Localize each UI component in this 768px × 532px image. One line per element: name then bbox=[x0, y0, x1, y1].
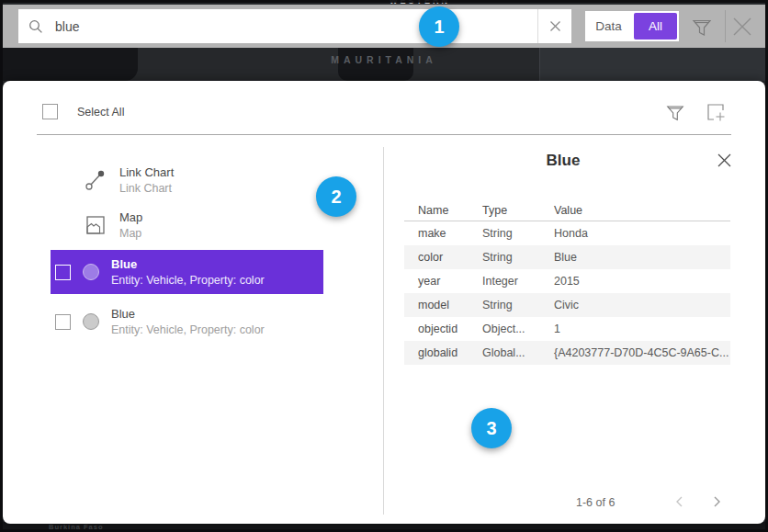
map-icon bbox=[84, 213, 107, 237]
select-all-checkbox[interactable] bbox=[42, 104, 58, 119]
page-range-label: 1-6 of 6 bbox=[576, 496, 615, 509]
cell-value: {A4203777-D70D-4C5C-9A65-C... bbox=[554, 346, 730, 359]
callout-badge-3: 3 bbox=[471, 408, 512, 448]
toolbar-divider bbox=[725, 10, 726, 42]
list-item-blue-selected[interactable]: Blue Entity: Vehicle, Property: color bbox=[51, 250, 323, 294]
table-row: model String Civic bbox=[404, 293, 730, 317]
table-row: make String Honda bbox=[404, 221, 730, 245]
result-checkbox[interactable] bbox=[55, 265, 71, 280]
entity-circle-icon bbox=[83, 264, 99, 280]
cell-type: Global... bbox=[482, 346, 554, 359]
cell-type: String bbox=[482, 227, 554, 240]
cell-name: objectid bbox=[418, 323, 482, 335]
table-row: globalid Global... {A4203777-D70D-4C5C-9… bbox=[404, 341, 730, 365]
table-row: year Integer 2015 bbox=[404, 269, 730, 293]
filter-funnel-icon bbox=[665, 102, 685, 122]
cell-type: String bbox=[482, 299, 554, 311]
close-x-icon bbox=[729, 14, 755, 40]
list-item-texts: Blue Entity: Vehicle, Property: color bbox=[111, 257, 265, 288]
list-item-texts: Link Chart Link Chart bbox=[119, 165, 174, 196]
cell-name: model bbox=[418, 299, 482, 311]
results-panel: Select All bbox=[3, 81, 765, 524]
callout-badge-2: 2 bbox=[316, 176, 356, 217]
list-item-title: Blue bbox=[111, 257, 265, 272]
search-input[interactable] bbox=[43, 9, 537, 43]
callout-badge-1: 1 bbox=[419, 6, 459, 47]
col-header-name: Name bbox=[418, 204, 482, 217]
list-item-subtitle: Entity: Vehicle, Property: color bbox=[111, 323, 265, 337]
cell-type: Object... bbox=[482, 323, 554, 335]
cell-name: color bbox=[418, 251, 482, 264]
list-item-title: Map bbox=[119, 210, 142, 225]
cell-type: Integer bbox=[482, 275, 554, 288]
list-item-subtitle: Map bbox=[119, 226, 142, 241]
link-chart-icon bbox=[84, 168, 107, 192]
search-box bbox=[18, 9, 537, 43]
toggle-all-button[interactable]: All bbox=[634, 13, 677, 40]
prev-page-button[interactable] bbox=[673, 495, 686, 511]
cell-value: Blue bbox=[554, 251, 730, 264]
next-page-button[interactable] bbox=[710, 495, 723, 511]
map-label-bottom: Burkina Faso bbox=[49, 523, 104, 531]
list-item-subtitle: Entity: Vehicle, Property: color bbox=[111, 273, 265, 288]
cell-value: 1 bbox=[554, 323, 730, 335]
list-item-blue[interactable]: Blue Entity: Vehicle, Property: color bbox=[51, 301, 323, 342]
pagination: 1-6 of 6 bbox=[383, 492, 743, 513]
clear-search-button[interactable] bbox=[537, 9, 571, 43]
table-header-row: Name Type Value bbox=[404, 199, 730, 221]
toggle-data-button[interactable]: Data bbox=[585, 11, 632, 41]
toolbar-filter-button[interactable] bbox=[691, 16, 713, 40]
detail-close-button[interactable] bbox=[717, 153, 732, 171]
list-item-texts: Map Map bbox=[119, 210, 142, 241]
detail-title: Blue bbox=[383, 152, 743, 170]
entity-circle-icon bbox=[83, 313, 99, 330]
chevron-left-icon bbox=[673, 495, 686, 508]
cell-value: 2015 bbox=[554, 275, 730, 288]
list-item-title: Blue bbox=[111, 307, 265, 322]
header-divider bbox=[37, 134, 731, 135]
search-icon bbox=[28, 19, 43, 34]
chevron-right-icon bbox=[710, 495, 723, 508]
panel-actions bbox=[665, 101, 727, 126]
cell-value: Civic bbox=[554, 299, 730, 311]
search-toolbar: Data All bbox=[3, 5, 765, 48]
list-item-subtitle: Link Chart bbox=[119, 181, 174, 196]
list-item-map[interactable]: Map Map bbox=[84, 205, 142, 245]
map-label-mauritania: MAURITANIA bbox=[0, 54, 768, 65]
col-header-type: Type bbox=[482, 204, 554, 217]
app-window: WESTERN MAURITANIA Burkina Faso Data All bbox=[0, 0, 768, 532]
clear-x-icon bbox=[549, 20, 561, 32]
select-all-row: Select All bbox=[42, 104, 124, 119]
cell-name: year bbox=[418, 275, 482, 288]
cell-name: make bbox=[418, 227, 482, 240]
data-all-toggle: Data All bbox=[585, 11, 679, 41]
detail-pane: Blue Name Type Value make String Honda bbox=[383, 147, 743, 518]
add-selection-button[interactable] bbox=[705, 101, 727, 126]
results-filter-button[interactable] bbox=[665, 102, 685, 125]
col-header-value: Value bbox=[554, 204, 730, 217]
attribute-table: Name Type Value make String Honda color … bbox=[404, 199, 730, 365]
table-row: color String Blue bbox=[404, 245, 730, 269]
result-checkbox[interactable] bbox=[55, 314, 71, 330]
list-item-title: Link Chart bbox=[119, 165, 174, 180]
cell-name: globalid bbox=[418, 346, 482, 359]
list-item-texts: Blue Entity: Vehicle, Property: color bbox=[111, 307, 265, 337]
close-x-icon bbox=[717, 153, 732, 168]
list-item-link-chart[interactable]: Link Chart Link Chart bbox=[84, 160, 174, 200]
cell-type: String bbox=[482, 251, 554, 264]
select-all-label: Select All bbox=[77, 106, 124, 119]
toolbar-close-button[interactable] bbox=[729, 14, 755, 42]
cell-value: Honda bbox=[554, 227, 730, 240]
table-row: objectid Object... 1 bbox=[404, 317, 730, 341]
filter-funnel-icon bbox=[691, 16, 713, 38]
add-to-selection-icon bbox=[705, 101, 727, 123]
